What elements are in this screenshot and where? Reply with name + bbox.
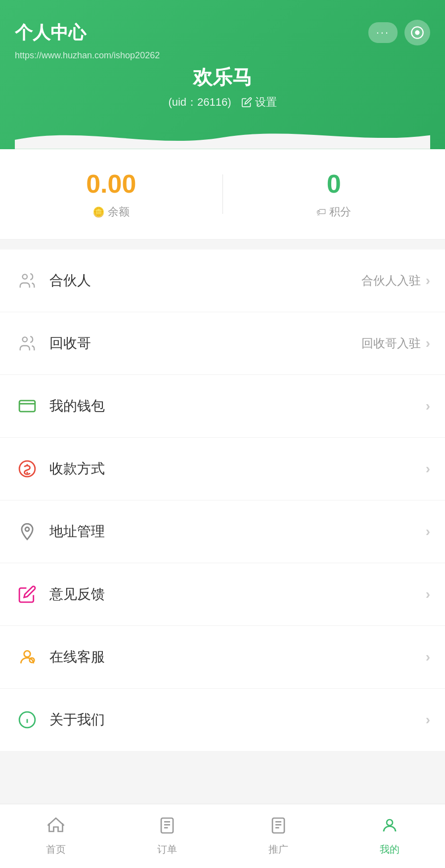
partner-sub-label: 合伙人入驻 xyxy=(361,273,421,289)
balance-card: 0.00 🪙 余额 0 🏷 积分 xyxy=(0,149,445,240)
wallet-balance[interactable]: 0.00 🪙 余额 xyxy=(0,169,222,219)
menu-item-address[interactable]: 地址管理 › xyxy=(0,500,445,563)
svg-rect-4 xyxy=(19,401,35,412)
recycler-arrow: › xyxy=(426,335,430,351)
menu-item-recycler[interactable]: 回收哥 回收哥入驻 › xyxy=(0,312,445,375)
header: 个人中心 ··· https://www.huzhan.com/ishop202… xyxy=(0,0,445,149)
payment-right: › xyxy=(426,461,430,477)
svg-point-7 xyxy=(24,651,31,657)
payment-arrow: › xyxy=(426,461,430,477)
wallet-menu-label: 我的钱包 xyxy=(49,397,426,415)
nav-item-home[interactable]: 首页 xyxy=(0,804,111,868)
menu-item-feedback[interactable]: 意见反馈 › xyxy=(0,563,445,626)
menu-item-about[interactable]: 关于我们 › xyxy=(0,689,445,751)
payment-label: 收款方式 xyxy=(49,459,426,478)
points-label: 🏷 积分 xyxy=(223,205,445,219)
service-icon xyxy=(15,645,40,669)
recycler-sub-label: 回收哥入驻 xyxy=(361,335,421,351)
nav-item-orders[interactable]: 订单 xyxy=(111,804,222,868)
partner-right: 合伙人入驻 › xyxy=(361,273,430,289)
wallet-right: › xyxy=(426,398,430,414)
svg-rect-10 xyxy=(161,818,173,833)
bottom-nav: 首页 订单 推广 xyxy=(0,804,445,868)
page-title: 个人中心 xyxy=(15,21,86,45)
recycler-right: 回收哥入驻 › xyxy=(361,335,430,351)
nav-item-mine[interactable]: 我的 xyxy=(334,804,445,868)
wallet-arrow: › xyxy=(426,398,430,414)
partner-label: 合伙人 xyxy=(49,271,361,290)
orders-nav-label: 订单 xyxy=(157,843,177,856)
menu-item-payment[interactable]: 收款方式 › xyxy=(0,438,445,500)
wallet-icon: 🪙 xyxy=(92,206,105,218)
feedback-right: › xyxy=(426,586,430,602)
wallet-menu-icon xyxy=(15,394,40,418)
address-label: 地址管理 xyxy=(49,522,426,541)
address-right: › xyxy=(426,524,430,539)
more-icon[interactable]: ··· xyxy=(368,22,398,43)
header-top-bar: 个人中心 ··· xyxy=(15,20,430,45)
balance-label: 🪙 余额 xyxy=(0,205,222,219)
service-arrow: › xyxy=(426,649,430,665)
camera-icon[interactable] xyxy=(404,20,430,45)
header-url: https://www.huzhan.com/ishop20262 xyxy=(15,50,430,61)
svg-rect-14 xyxy=(272,818,284,833)
points-icon: 🏷 xyxy=(316,207,326,218)
menu-item-wallet[interactable]: 我的钱包 › xyxy=(0,375,445,438)
about-right: › xyxy=(426,712,430,728)
mine-nav-icon xyxy=(381,817,399,839)
menu-item-service[interactable]: 在线客服 › xyxy=(0,626,445,689)
balance-amount: 0.00 xyxy=(0,169,222,199)
points-amount: 0 xyxy=(223,169,445,199)
menu-item-partner[interactable]: 合伙人 合伙人入驻 › xyxy=(0,249,445,312)
svg-point-6 xyxy=(25,527,29,531)
header-action-icons: ··· xyxy=(368,20,430,45)
about-arrow: › xyxy=(426,712,430,728)
user-uid: (uid：26116) xyxy=(168,95,231,110)
partner-icon xyxy=(15,268,40,293)
recycler-label: 回收哥 xyxy=(49,334,361,353)
svg-point-3 xyxy=(23,337,28,342)
mine-nav-label: 我的 xyxy=(380,843,400,856)
promote-nav-label: 推广 xyxy=(268,843,288,856)
recycler-icon xyxy=(15,331,40,356)
service-right: › xyxy=(426,649,430,665)
feedback-arrow: › xyxy=(426,586,430,602)
orders-nav-icon xyxy=(158,817,176,839)
username: 欢乐马 xyxy=(15,64,430,91)
header-wave xyxy=(15,124,430,149)
partner-arrow: › xyxy=(426,273,430,289)
payment-icon xyxy=(15,456,40,481)
svg-point-18 xyxy=(387,820,393,826)
nav-item-promote[interactable]: 推广 xyxy=(222,804,334,868)
service-label: 在线客服 xyxy=(49,648,426,666)
about-icon xyxy=(15,707,40,732)
svg-point-1 xyxy=(415,30,419,35)
feedback-icon xyxy=(15,582,40,607)
feedback-label: 意见反馈 xyxy=(49,585,426,604)
about-label: 关于我们 xyxy=(49,710,426,729)
home-nav-icon xyxy=(47,817,65,839)
address-icon xyxy=(15,519,40,544)
menu-section: 合伙人 合伙人入驻 › 回收哥 回收哥入驻 › xyxy=(0,249,445,751)
points-balance[interactable]: 0 🏷 积分 xyxy=(223,169,445,219)
promote-nav-icon xyxy=(269,817,287,839)
settings-link[interactable]: 设置 xyxy=(241,95,277,110)
uid-row: (uid：26116) 设置 xyxy=(15,95,430,110)
home-nav-label: 首页 xyxy=(46,843,66,856)
svg-point-2 xyxy=(23,274,28,279)
address-arrow: › xyxy=(426,524,430,539)
